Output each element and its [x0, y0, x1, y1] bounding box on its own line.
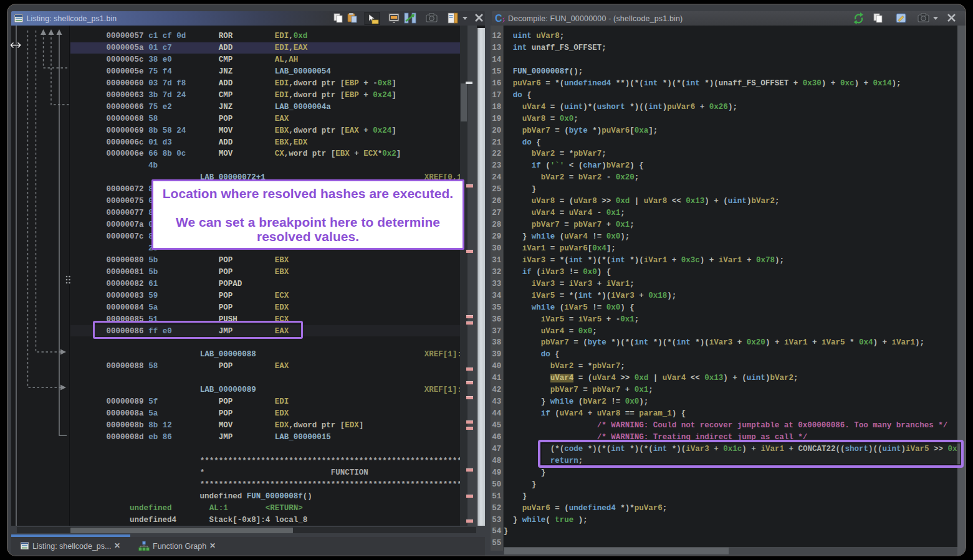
- svg-text:C: C: [495, 13, 502, 24]
